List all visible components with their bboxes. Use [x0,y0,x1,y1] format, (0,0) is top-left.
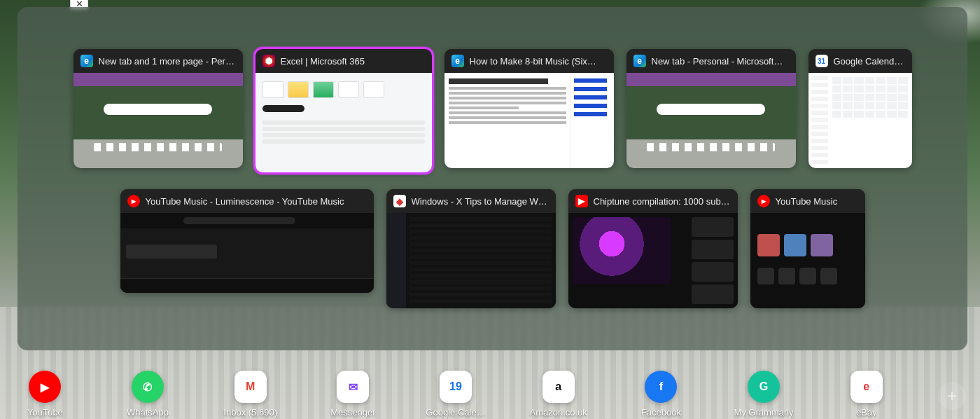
window-thumb-edge-newtab[interactable]: e New tab - Personal - Microsoft… [626,49,796,168]
window-thumb-ytmusic-home[interactable]: ▸ YouTube Music [750,189,865,308]
window-preview [74,73,243,168]
window-preview [568,213,738,308]
youtube-icon: ▶ [575,195,588,207]
window-thumb-excel-selected[interactable]: ⬢ Excel | Microsoft 365 [255,49,432,172]
edge-icon: e [451,55,464,67]
app-icon: ◆ [393,195,406,207]
window-title: Chiptune compilation: 1000 sub… [594,196,731,207]
shortcut-icon: a [542,371,575,403]
shortcut-messenger[interactable]: ✉Messenger [322,371,384,418]
shortcut-label: eBay [856,407,877,418]
shortcut-icon: M [234,371,267,403]
youtube-music-icon: ▸ [757,195,770,207]
shortcut-facebook[interactable]: fFacebook [630,371,692,418]
shortcut-label: Messenger [330,407,375,418]
task-switcher-overlay: e New tab and 1 more page - Per… ⬢ Excel… [18,7,967,350]
shortcut-icon: G [748,371,780,403]
shortcut-youtube[interactable]: ▶YouTube [14,371,76,418]
window-thumb-youtube-video[interactable]: ▶ Chiptune compilation: 1000 sub… [568,189,738,308]
window-preview [444,73,614,168]
window-preview [626,73,796,168]
shortcut-label: Google Cale… [426,407,485,418]
shortcut-ebay[interactable]: eeBay [835,371,897,418]
window-preview [255,73,432,172]
window-title: How to Make 8-bit Music (Six… [470,56,607,67]
m365-icon: ⬢ [262,55,275,67]
window-thumb-google-calendar[interactable]: 31 Google Calend… [808,49,912,168]
window-preview [120,213,374,293]
shortcut-label: Facebook [641,407,681,418]
window-title: Excel | Microsoft 365 [281,56,425,67]
shortcut-whatsapp[interactable]: ✆WhatsApp [117,371,179,418]
newtab-shortcut-dock: ▶YouTube✆WhatsAppMInbox (5,690)✉Messenge… [0,371,980,418]
shortcut-google-cale[interactable]: 19Google Cale… [425,371,487,418]
shortcut-amazon-co-uk[interactable]: aAmazon.co.uk [527,371,589,418]
window-title: Google Calend… [834,56,905,67]
shortcut-label: My Grammarly [734,407,793,418]
shortcut-icon: ✉ [337,371,369,403]
shortcut-icon: 19 [440,371,472,403]
edge-icon: e [634,55,646,67]
window-thumb-article[interactable]: e How to Make 8-bit Music (Six… [444,49,614,168]
window-title: Windows - X Tips to Manage W… [412,196,549,207]
window-thumb-ytmusic-player[interactable]: ▸ YouTube Music - Luminescence - YouTube… [120,189,374,293]
shortcut-label: Inbox (5,690) [223,407,277,418]
window-title: New tab and 1 more page - Per… [99,56,236,67]
shortcut-icon: e [850,371,883,403]
window-title: YouTube Music - Luminescence - YouTube M… [146,196,367,207]
window-preview [750,213,865,308]
edge-icon: e [80,55,93,67]
shortcut-icon: ▶ [29,371,61,403]
window-title: New tab - Personal - Microsoft… [652,56,789,67]
switcher-row-1: e New tab and 1 more page - Per… ⬢ Excel… [56,49,929,172]
shortcut-label: Amazon.co.uk [529,407,587,418]
window-thumb-edge-newtab-group[interactable]: e New tab and 1 more page - Per… [74,49,243,168]
shortcut-my-grammarly[interactable]: GMy Grammarly [733,371,795,418]
shortcut-label: WhatsApp [127,407,169,418]
window-preview [386,213,556,308]
shortcut-label: YouTube [27,407,63,418]
youtube-music-icon: ▸ [127,195,140,207]
shortcut-inbox-5-690[interactable]: MInbox (5,690) [219,371,281,418]
window-thumb-code-editor[interactable]: ◆ Windows - X Tips to Manage W… [386,189,556,308]
add-shortcut-button[interactable]: + [938,382,966,410]
switcher-row-2: ▸ YouTube Music - Luminescence - YouTube… [56,189,929,308]
shortcut-icon: f [645,371,677,403]
shortcut-icon: ✆ [132,371,164,403]
google-calendar-icon: 31 [816,55,828,67]
window-preview [808,73,912,168]
window-title: YouTube Music [776,196,858,207]
plus-icon: + [938,382,966,410]
